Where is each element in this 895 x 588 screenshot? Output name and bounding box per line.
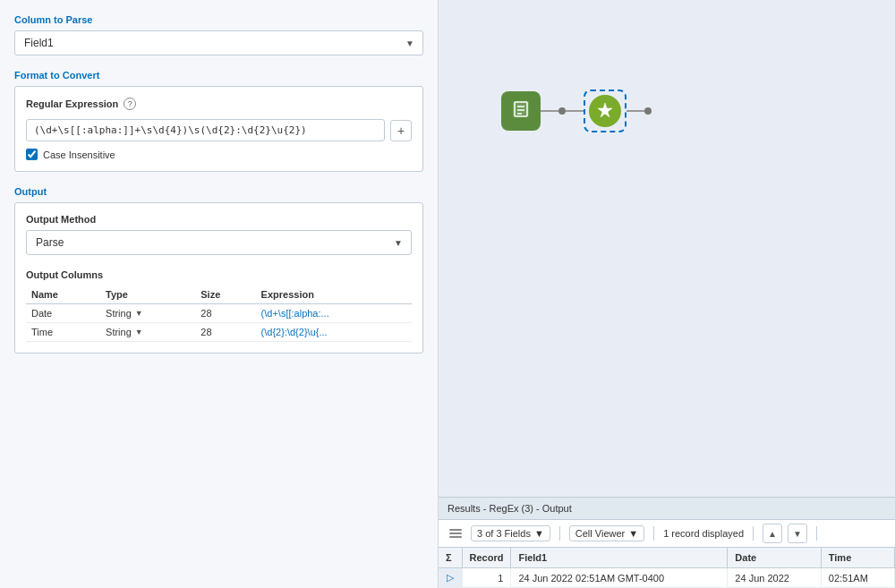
cell-viewer-chevron-icon: ▼ [628,528,638,539]
toolbar-menu-icon[interactable] [446,527,465,540]
cell-viewer-label: Cell Viewer [575,528,625,539]
results-col-time: Time [821,548,894,568]
case-insensitive-label: Case Insensitive [43,149,115,160]
format-to-convert-label: Format to Convert [14,70,423,81]
column-to-parse-dropdown[interactable]: Field1 [14,30,423,55]
output-method-dropdown[interactable]: Parse [26,230,412,255]
case-insensitive-checkbox[interactable] [26,149,38,160]
output-columns-table: Name Type Size Expression Date String ▼ [26,285,412,342]
row-type-time: String ▼ [100,323,195,342]
column-to-parse-section: Column to Parse Field1 ▼ [14,14,423,55]
row-name-date: Date [26,304,100,323]
column-to-parse-label: Column to Parse [14,14,423,25]
results-col-field1: Field1 [511,548,728,568]
row-size-date: 28 [195,304,255,323]
results-time-cell: 02:51AM [821,568,894,588]
row-expr-date: (\d+\s[[:alpha:... [256,304,412,323]
regex-icon [596,101,614,122]
column-to-parse-dropdown-wrapper: Field1 ▼ [14,30,423,55]
output-section: Output Output Method Parse ▼ Output Colu… [14,186,423,354]
table-row: Date String ▼ 28 (\d+\s[[:alpha:... [26,304,412,323]
results-field1-cell: 24 Jun 2022 02:51AM GMT-0400 [511,568,728,588]
results-col-record: Record [462,548,511,568]
results-col-sigma: Σ [439,548,462,568]
row-type-date: String ▼ [100,304,195,323]
toolbar-divider-2 [653,526,654,541]
results-row-num: 1 [462,568,511,588]
regex-label: Regular Expression [26,98,118,109]
output-box: Output Method Parse ▼ Output Columns Nam… [14,202,423,354]
add-regex-button[interactable]: + [390,120,412,141]
regex-node-selected[interactable] [584,89,626,132]
format-to-convert-section: Format to Convert Regular Expression ? +… [14,70,423,172]
book-icon [510,98,532,124]
regex-header-row: Regular Expression ? [26,98,412,110]
results-table: Σ Record Field1 Date Time ▷ 1 24 Jun 202… [439,548,895,588]
connector-line-left [541,110,558,112]
row-icon: ▷ [447,572,454,583]
toolbar-divider-4 [816,526,817,541]
output-columns-label: Output Columns [26,269,412,280]
help-icon[interactable]: ? [124,98,136,110]
col-header-expression: Expression [256,285,412,304]
menu-line-2 [449,533,462,534]
nav-down-button[interactable]: ▼ [788,524,807,543]
fields-chevron-icon: ▼ [534,528,544,539]
svg-marker-4 [598,103,612,117]
connector-dot-right [644,107,652,115]
row-size-time: 28 [195,323,255,342]
menu-line-3 [449,536,462,538]
menu-line-1 [449,529,462,531]
output-method-label: Output Method [26,214,412,225]
col-header-name: Name [26,285,100,304]
regex-input-row: + [26,119,412,141]
results-date-cell: 24 Jun 2022 [728,568,821,588]
results-header: Results - RegEx (3) - Output [439,498,895,520]
results-panel: Results - RegEx (3) - Output 3 of 3 Fiel… [439,497,895,588]
format-to-convert-box: Regular Expression ? + Case Insensitive [14,86,423,172]
connector-line-right [626,110,644,112]
toolbar-divider-1 [559,526,560,541]
regex-node[interactable] [589,95,621,127]
fields-count-label: 3 of 3 Fields [477,528,531,539]
node-container [501,89,652,132]
record-count-label: 1 record displayed [663,528,744,539]
table-row: ▷ 1 24 Jun 2022 02:51AM GMT-0400 24 Jun … [439,568,895,588]
col-header-type: Type [100,285,195,304]
col-header-size: Size [195,285,255,304]
toolbar-divider-3 [753,526,754,541]
type-date-chevron-icon[interactable]: ▼ [135,309,143,318]
right-panel: Results - RegEx (3) - Output 3 of 3 Fiel… [439,0,895,588]
row-expr-time: (\d{2}:\d{2}\u{... [256,323,412,342]
results-toolbar: 3 of 3 Fields ▼ Cell Viewer ▼ 1 record d… [439,520,895,548]
type-time-chevron-icon[interactable]: ▼ [135,328,143,337]
node-connector-left [541,107,584,115]
output-label: Output [14,186,423,197]
input-node[interactable] [501,91,541,131]
cell-viewer-button[interactable]: Cell Viewer ▼ [569,525,644,541]
table-row: Time String ▼ 28 (\d{2}:\d{2}\u{... [26,323,412,342]
results-icon-cell[interactable]: ▷ [439,568,462,588]
output-method-dropdown-wrapper: Parse ▼ [26,230,412,255]
connector-dot-left [558,107,566,115]
fields-dropdown-button[interactable]: 3 of 3 Fields ▼ [471,525,550,541]
canvas-area[interactable] [439,0,895,497]
left-panel: Column to Parse Field1 ▼ Format to Conve… [0,0,439,588]
nav-up-button[interactable]: ▲ [763,524,782,543]
node-connector-right [626,107,652,115]
results-col-date: Date [728,548,821,568]
regex-input[interactable] [26,119,385,141]
connector-line-left2 [566,110,584,112]
case-insensitive-row: Case Insensitive [26,149,412,160]
row-name-time: Time [26,323,100,342]
